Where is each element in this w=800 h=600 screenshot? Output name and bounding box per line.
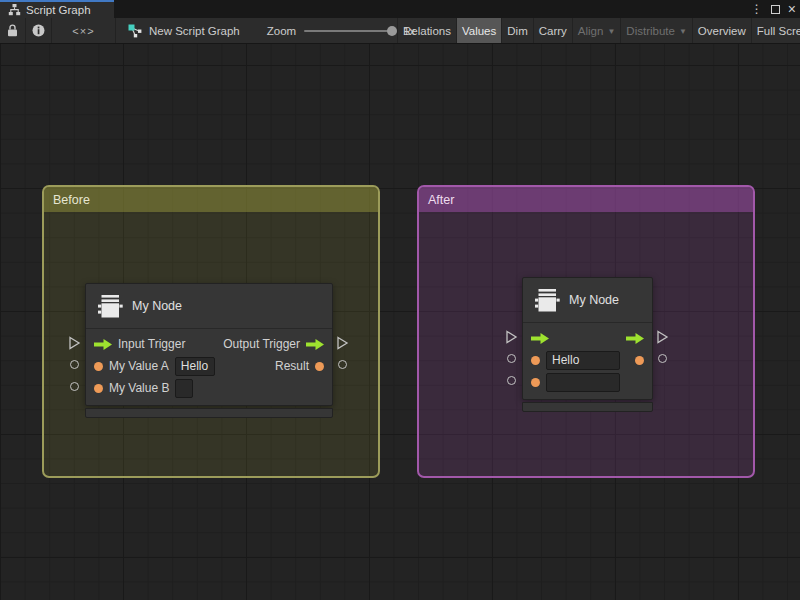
value-input-icon[interactable] <box>94 384 103 393</box>
node-my-node-before[interactable]: My Node Input Trigger Output Trigger <box>85 283 333 418</box>
full-screen-button[interactable]: Full Screen <box>751 18 800 44</box>
script-graph-icon <box>128 24 143 38</box>
view-toggle-buttons: Relations Values Dim Carry Align ▼ Distr… <box>397 18 800 44</box>
value-a-input[interactable] <box>175 357 215 376</box>
value-port-outline-right[interactable] <box>338 360 347 369</box>
value-input-icon[interactable] <box>531 378 540 387</box>
port-row: My Value A Result <box>86 355 332 377</box>
values-button[interactable]: Values <box>456 18 501 44</box>
chevron-down-icon: ▼ <box>679 27 687 36</box>
node-footer <box>522 402 653 412</box>
carry-button[interactable]: Carry <box>533 18 572 44</box>
value-output-icon[interactable] <box>635 356 644 365</box>
value-port-outline-left[interactable] <box>507 354 516 363</box>
group-after-header[interactable]: After <box>419 187 753 212</box>
unity-script-graph-window: Script Graph ⋮ × <×> <box>0 0 800 600</box>
value-port-outline-left[interactable] <box>70 360 79 369</box>
graph-toolbar: <×> New Script Graph Zoom 1x Relations V… <box>0 18 800 44</box>
graph-canvas[interactable]: Before After <box>0 44 800 600</box>
relations-button[interactable]: Relations <box>397 18 456 44</box>
port-row <box>523 349 652 371</box>
lock-icon <box>7 24 18 37</box>
value-b-input[interactable] <box>546 373 620 392</box>
trigger-input-icon[interactable] <box>531 333 549 344</box>
flow-port-outline-left[interactable] <box>505 330 518 344</box>
group-title: Before <box>53 193 90 207</box>
value-input-icon[interactable] <box>94 362 103 371</box>
value-input-icon[interactable] <box>531 356 540 365</box>
chevron-down-icon: ▼ <box>607 27 615 36</box>
tab-script-graph[interactable]: Script Graph <box>0 0 114 18</box>
node-footer <box>85 408 333 418</box>
port-row <box>523 327 652 349</box>
info-icon <box>32 24 45 37</box>
close-icon[interactable]: × <box>786 2 798 16</box>
node-header[interactable]: My Node <box>86 284 332 329</box>
tab-label: Script Graph <box>26 4 91 16</box>
trigger-output-icon[interactable] <box>626 333 644 344</box>
zoom-slider-handle[interactable] <box>387 26 397 36</box>
graph-name-label: New Script Graph <box>149 25 240 37</box>
zoom-label: Zoom <box>267 25 296 37</box>
port-row: Input Trigger Output Trigger <box>86 333 332 355</box>
node-title: My Node <box>132 299 182 313</box>
overview-button[interactable]: Overview <box>692 18 751 44</box>
code-preview-button[interactable]: <×> <box>52 18 116 43</box>
value-a-input[interactable] <box>546 351 620 370</box>
value-port-outline-right[interactable] <box>658 354 667 363</box>
unit-node-icon <box>98 295 123 318</box>
menu-icon[interactable]: ⋮ <box>749 3 765 15</box>
zoom-slider[interactable] <box>304 30 394 32</box>
node-header[interactable]: My Node <box>523 278 652 323</box>
maximize-icon[interactable] <box>771 5 780 14</box>
port-row: My Value B <box>86 377 332 399</box>
group-title: After <box>428 193 454 207</box>
value-port-outline-left[interactable] <box>507 376 516 385</box>
align-dropdown[interactable]: Align ▼ <box>572 18 621 44</box>
trigger-input-icon[interactable] <box>94 339 112 350</box>
value-output-icon[interactable] <box>315 362 324 371</box>
flow-port-outline-right[interactable] <box>656 330 669 344</box>
group-before-header[interactable]: Before <box>44 187 378 212</box>
hierarchy-icon <box>8 4 21 16</box>
value-port-outline-left[interactable] <box>70 382 79 391</box>
info-button[interactable] <box>26 18 52 43</box>
trigger-output-icon[interactable] <box>306 339 324 350</box>
distribute-dropdown[interactable]: Distribute ▼ <box>620 18 692 44</box>
unit-node-icon <box>535 289 560 312</box>
value-b-input[interactable] <box>175 379 193 398</box>
dim-button[interactable]: Dim <box>501 18 532 44</box>
port-row <box>523 371 652 393</box>
flow-port-outline-left[interactable] <box>68 336 81 350</box>
tab-strip: Script Graph ⋮ × <box>0 0 800 18</box>
flow-port-outline-right[interactable] <box>336 336 349 350</box>
window-controls: ⋮ × <box>749 0 798 18</box>
node-my-node-after[interactable]: My Node <box>522 277 653 412</box>
lock-button[interactable] <box>0 18 26 43</box>
node-title: My Node <box>569 293 619 307</box>
